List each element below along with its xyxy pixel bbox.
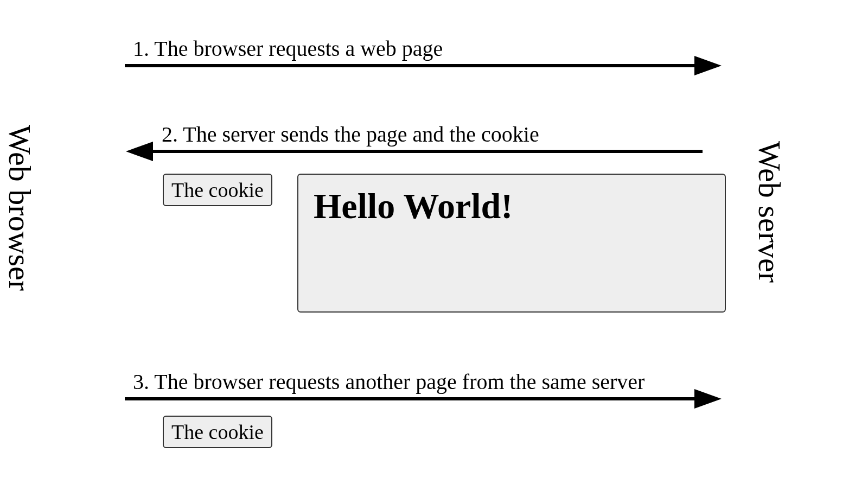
cookie-box-step-2: The cookie bbox=[163, 174, 272, 206]
page-content-box: Hello World! bbox=[297, 174, 726, 313]
step-2-label: 2. The server sends the page and the coo… bbox=[162, 122, 539, 147]
web-server-label: Web server bbox=[751, 141, 788, 283]
arrow-2-line bbox=[152, 150, 703, 153]
arrow-1-line bbox=[125, 64, 700, 67]
step-1-label: 1. The browser requests a web page bbox=[133, 36, 443, 61]
arrow-3-line bbox=[125, 397, 700, 400]
cookie-box-step-3: The cookie bbox=[163, 416, 272, 448]
web-browser-label: Web browser bbox=[2, 125, 38, 291]
step-3-label: 3. The browser requests another page fro… bbox=[133, 369, 644, 394]
arrow-2-head-left-icon bbox=[126, 142, 153, 161]
arrow-3-head-right-icon bbox=[694, 389, 722, 409]
arrow-1-head-right-icon bbox=[694, 56, 722, 75]
